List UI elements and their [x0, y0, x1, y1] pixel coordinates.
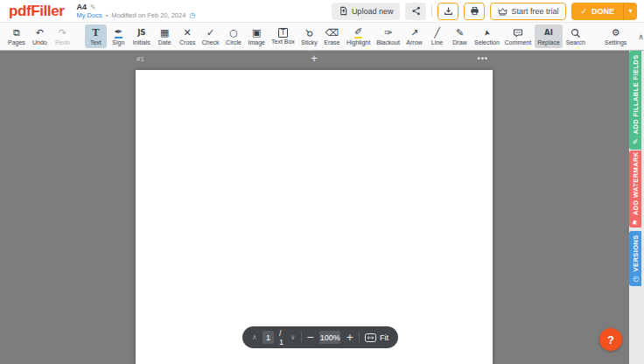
toolbar-item-label: Circle [226, 39, 242, 46]
toolbar-item-blackout[interactable]: ✑Blackout [374, 24, 402, 48]
toolbar-item-label: Draw [452, 39, 466, 46]
side-tab-add-watermark[interactable]: ⚑ADD WATERMARK [629, 150, 641, 228]
toolbar-item-settings[interactable]: ⚙Settings [602, 24, 629, 48]
side-tab-content: ⚑ADD WATERMARK [632, 151, 640, 227]
toolbar-item-label: Arrow [406, 39, 422, 46]
toolbar-item-label: Erase [324, 39, 340, 46]
top-header: pdfFiller A4 ✎ My Docs • Modified on Feb… [0, 0, 644, 23]
meta-separator: • [106, 11, 108, 19]
toolbar-item-text[interactable]: TText [85, 24, 107, 48]
toolbar-item-label: Sign [112, 39, 124, 46]
toolbar-item-label: Line [431, 39, 443, 46]
toolbar-item-check[interactable]: ✓Check [200, 24, 222, 48]
toolbar-item-image[interactable]: ▣Image [246, 24, 268, 48]
fit-icon [365, 333, 376, 342]
text-icon: T [92, 27, 99, 38]
fit-to-width-button[interactable]: Fit [365, 333, 388, 342]
crown-icon [498, 7, 508, 16]
toolbar-item-search[interactable]: Search [564, 24, 588, 48]
toolbar-item-replace[interactable]: AIReplace [535, 24, 563, 48]
toolbar-item-cross[interactable]: ✕Cross [177, 24, 199, 48]
toolbar-item-sticky[interactable]: ⚲Sticky [298, 24, 320, 48]
upload-new-button[interactable]: Upload new [332, 3, 401, 20]
toolbar-item-selection[interactable]: ➤Selection [472, 24, 502, 48]
clock-icon: ◷ [631, 275, 639, 283]
toolbar-item-label: Undo [32, 39, 47, 46]
zoom-out-button[interactable]: − [306, 332, 314, 342]
toolbar-item-label: Cross [179, 39, 195, 46]
side-tab-label: ADD FILLABLE FIELDS [632, 54, 640, 134]
toolbar-item-circle[interactable]: ○Circle [223, 24, 245, 48]
done-button-group: ✓ DONE ▾ [571, 3, 637, 20]
page-number-label: #1 [136, 55, 144, 63]
side-tab-versions[interactable]: ◷VERSIONS [629, 231, 641, 286]
toolbar-item-pages[interactable]: ⧉Pages [5, 24, 28, 48]
zoom-level-input[interactable]: 100% [319, 331, 340, 344]
page-number-input[interactable]: 1 [262, 331, 274, 344]
chevron-up-icon: ∧ [638, 32, 644, 41]
toolbar-item-textbox[interactable]: TText Box [269, 24, 298, 48]
side-tab-label: VERSIONS [632, 234, 640, 271]
erase-icon: ⌫ [326, 27, 340, 38]
done-button[interactable]: ✓ DONE [571, 3, 623, 20]
toolbar-item-date[interactable]: ▦Date [154, 24, 176, 48]
side-tab-content: ◷VERSIONS [632, 234, 640, 283]
image-icon: ▣ [252, 27, 261, 38]
form-pencil-icon: ✎ [631, 137, 639, 145]
print-icon [470, 6, 480, 16]
toolbar-group-settings: ⚙Settings [602, 24, 629, 48]
check-icon: ✓ [206, 27, 214, 38]
share-icon [411, 6, 421, 16]
collapse-toolbar-button[interactable]: ∧ [638, 24, 644, 48]
gear-icon: ⚙ [612, 27, 620, 38]
circle-icon: ○ [229, 27, 238, 38]
arrow-icon: ↗ [410, 27, 418, 38]
document-meta: A4 ✎ My Docs • Modified on Feb 20, 2024 … [76, 3, 195, 19]
toolbar-item-label: Search [566, 39, 585, 46]
toolbar-item-initials[interactable]: JSInitials [130, 24, 153, 48]
print-button[interactable] [464, 3, 485, 20]
toolbar-item-line[interactable]: ╱Line [426, 24, 448, 48]
zoom-in-button[interactable]: + [346, 332, 354, 342]
toolbar-item-label: Pages [8, 39, 25, 46]
initials-icon: JS [137, 27, 145, 38]
help-button[interactable]: ? [599, 328, 622, 351]
editor-toolbar: ⧉Pages↶Undo↷Redo TText✒SignJSInitials▦Da… [0, 23, 644, 51]
draw-icon: ✎ [456, 27, 464, 38]
next-page-button[interactable]: ∨ [290, 334, 296, 341]
toolbar-item-label: Blackout [376, 39, 400, 46]
check-icon: ✓ [580, 7, 587, 16]
redo-icon: ↷ [59, 27, 66, 38]
toolbar-item-sign[interactable]: ✒Sign [108, 24, 130, 48]
toolbar-item-redo[interactable]: ↷Redo [52, 24, 74, 48]
toolbar-item-draw[interactable]: ✎Draw [449, 24, 471, 48]
document-title: A4 [76, 3, 87, 11]
blackout-icon: ✑ [384, 27, 392, 38]
textbox-icon: T [278, 28, 288, 38]
pager-divider [359, 332, 360, 343]
toolbar-item-label: Comment [505, 39, 531, 46]
toolbar-item-undo[interactable]: ↶Undo [29, 24, 51, 48]
previous-page-button[interactable]: ∧ [252, 334, 257, 341]
side-tab-add-fillable-fields[interactable]: ✎ADD FILLABLE FIELDS [629, 51, 641, 150]
toolbar-item-erase[interactable]: ⌫Erase [321, 24, 343, 48]
modified-text: Modified on Feb 20, 2024 [111, 11, 186, 19]
page-options-menu[interactable]: ••• [467, 52, 488, 66]
side-tab-label: ADD WATERMARK [632, 151, 640, 215]
my-docs-link[interactable]: My Docs [76, 11, 102, 19]
toolbar-item-arrow[interactable]: ↗Arrow [403, 24, 425, 48]
done-dropdown-caret[interactable]: ▾ [623, 3, 637, 20]
share-button[interactable] [405, 3, 426, 20]
toolbar-item-label: Check [202, 39, 220, 46]
toolbar-item-comment[interactable]: Comment [502, 24, 534, 48]
history-clock-icon[interactable]: ◷ [189, 11, 195, 19]
flag-icon: ⚑ [631, 219, 639, 227]
download-button[interactable] [438, 3, 458, 20]
toolbar-item-highlight[interactable]: ✐Highlight [344, 24, 373, 48]
toolbar-item-label: Initials [133, 39, 150, 46]
pdffiller-app: pdfFiller A4 ✎ My Docs • Modified on Feb… [0, 0, 644, 364]
edit-title-icon[interactable]: ✎ [90, 4, 96, 11]
pdf-page[interactable] [136, 70, 493, 364]
add-page-button[interactable]: + [305, 52, 323, 66]
start-free-trial-button[interactable]: Start free trial [490, 3, 566, 20]
